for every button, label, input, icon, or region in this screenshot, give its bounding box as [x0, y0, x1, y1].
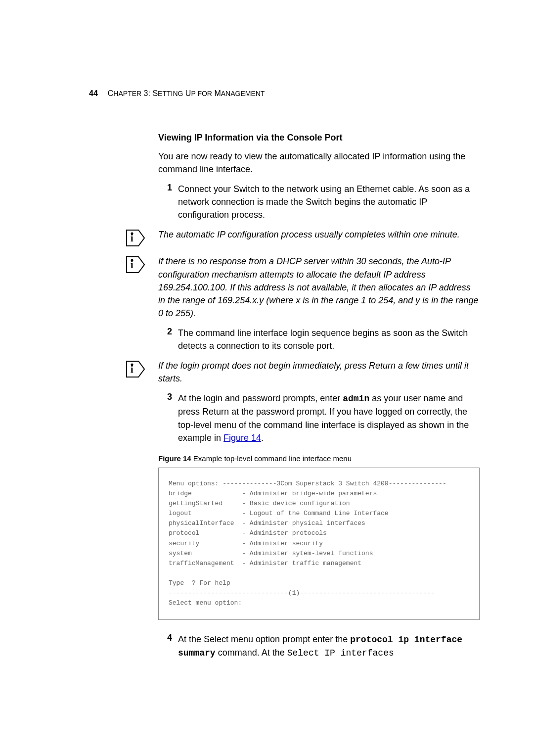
figure-label: Figure 14	[158, 454, 191, 463]
step-number: 1	[158, 183, 172, 221]
page-number: 44	[89, 89, 98, 98]
note-text: If there is no response from a DHCP serv…	[158, 255, 480, 319]
page: 44 CHAPTER 3: SETTING UP FOR MANAGEMENT …	[0, 0, 534, 706]
step-number: 3	[158, 392, 172, 444]
cli-command-inline: admin	[343, 394, 369, 404]
step-4: 4 At the Select menu option prompt enter…	[158, 633, 480, 660]
info-icon: i	[124, 255, 146, 275]
note-text: If the login prompt does not begin immed…	[158, 359, 480, 385]
cli-output-box: Menu options: --------------3Com Superst…	[158, 468, 480, 620]
step-1: 1 Connect your Switch to the network usi…	[158, 183, 480, 221]
svg-point-5	[131, 259, 134, 262]
step-3: 3 At the login and password prompts, ent…	[158, 392, 480, 444]
svg-marker-6	[127, 361, 144, 377]
intro-paragraph: You are now ready to view the automatica…	[158, 150, 480, 176]
cli-output-inline: Select IP interfaces	[287, 648, 394, 658]
step-number: 4	[158, 633, 172, 660]
info-note-2: i If there is no response from a DHCP se…	[124, 255, 480, 319]
info-note-1: i The automatic IP configuration process…	[124, 228, 480, 248]
running-header: 44 CHAPTER 3: SETTING UP FOR MANAGEMENT	[89, 89, 480, 98]
chapter-title: CHAPTER 3: SETTING UP FOR MANAGEMENT	[108, 89, 265, 98]
step-text: The command line interface login sequenc…	[178, 327, 480, 352]
step-2: 2 The command line interface login seque…	[158, 327, 480, 352]
section-heading: Viewing IP Information via the Console P…	[158, 133, 480, 143]
svg-marker-0	[127, 230, 144, 246]
step-text: At the login and password prompts, enter…	[178, 392, 480, 444]
svg-marker-3	[127, 257, 144, 273]
step-text: At the Select menu option prompt enter t…	[178, 633, 480, 660]
figure-link[interactable]: Figure 14	[223, 433, 261, 443]
step-text: Connect your Switch to the network using…	[178, 183, 480, 221]
info-icon: i	[124, 228, 146, 248]
info-note-3: i If the login prompt does not begin imm…	[124, 359, 480, 385]
figure-caption: Figure 14 Example top-level command line…	[158, 454, 480, 463]
svg-point-8	[131, 364, 134, 366]
note-text: The automatic IP configuration process u…	[158, 228, 480, 241]
content-column: Viewing IP Information via the Console P…	[158, 133, 480, 660]
svg-point-2	[131, 233, 134, 235]
info-icon: i	[124, 359, 146, 379]
step-number: 2	[158, 327, 172, 352]
